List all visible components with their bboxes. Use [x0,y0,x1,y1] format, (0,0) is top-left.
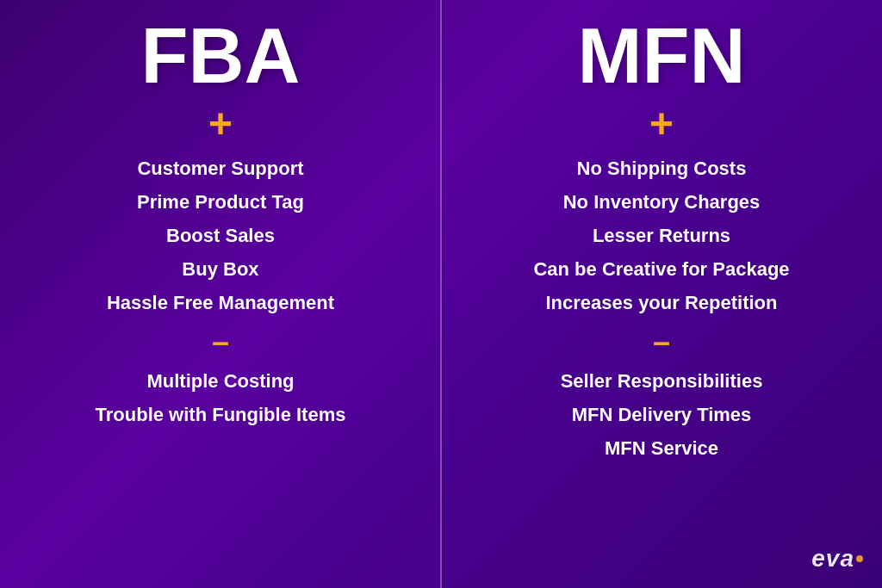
fba-pro-4: Buy Box [182,252,258,286]
fba-pro-1: Customer Support [137,152,303,185]
mfn-pro-3: Lesser Returns [593,219,730,252]
fba-con-2: Trouble with Fungible Items [96,398,346,431]
mfn-con-3: MFN Service [605,431,718,465]
mfn-pro-2: No Inventory Charges [563,185,761,219]
fba-pro-5: Hassle Free Management [107,286,334,319]
fba-plus-icon: + [208,103,233,145]
mfn-plus-icon: + [649,103,674,145]
eva-logo: eva [811,545,863,573]
logo-dot [856,555,863,562]
mfn-con-2: MFN Delivery Times [572,398,752,431]
divider [440,0,442,588]
mfn-pro-5: Increases your Repetition [546,286,778,319]
fba-pros-group: Customer Support Prime Product Tag Boost… [107,152,334,319]
fba-title: FBA [141,17,301,95]
mfn-pros-group: No Shipping Costs No Inventory Charges L… [533,152,789,319]
fba-minus-icon: – [212,326,229,357]
mfn-minus-icon: – [653,326,670,357]
fba-panel: FBA + Customer Support Prime Product Tag… [0,0,441,588]
mfn-pro-1: No Shipping Costs [577,152,747,185]
fba-pro-3: Boost Sales [166,219,275,252]
mfn-title: MFN [578,17,746,95]
logo-text: eva [811,545,854,572]
fba-pro-2: Prime Product Tag [137,185,304,219]
mfn-cons-group: Seller Responsibilities MFN Delivery Tim… [561,364,763,465]
mfn-con-1: Seller Responsibilities [561,364,763,398]
fba-cons-group: Multiple Costing Trouble with Fungible I… [96,364,346,431]
mfn-panel: MFN + No Shipping Costs No Inventory Cha… [441,0,882,588]
mfn-pro-4: Can be Creative for Package [533,252,789,286]
fba-con-1: Multiple Costing [146,364,294,398]
main-container: FBA + Customer Support Prime Product Tag… [0,0,882,588]
